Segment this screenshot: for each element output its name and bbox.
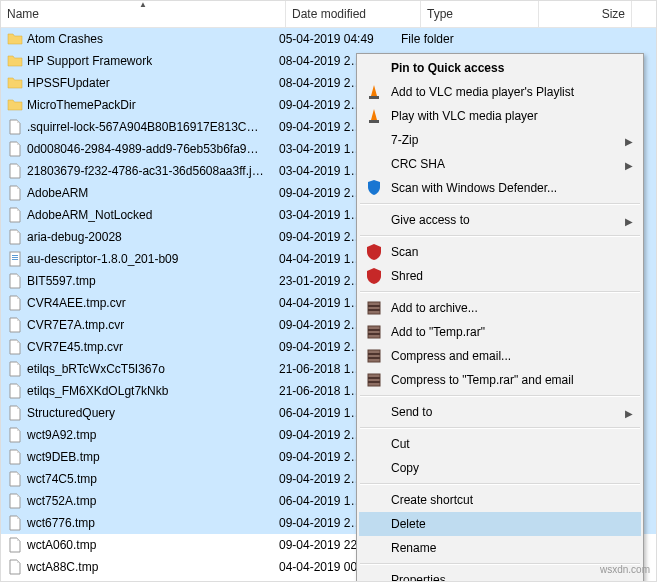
column-date[interactable]: Date modified — [286, 1, 421, 27]
svg-rect-2 — [12, 257, 18, 258]
menu-item-compress-to-temp-rar-and-email[interactable]: Compress to "Temp.rar" and email — [359, 368, 641, 392]
file-icon — [7, 163, 23, 179]
file-name: CVR7E45.tmp.cvr — [27, 340, 123, 354]
menu-separator — [360, 291, 640, 293]
file-name: wct752A.tmp — [27, 494, 96, 508]
file-name: StructuredQuery — [27, 406, 115, 420]
menu-item-add-to-temp-rar[interactable]: Add to "Temp.rar" — [359, 320, 641, 344]
menu-item-add-to-vlc-media-player-s-playlist[interactable]: Add to VLC media player's Playlist — [359, 80, 641, 104]
menu-item-label: Compress to "Temp.rar" and email — [391, 373, 574, 387]
column-date-label: Date modified — [292, 7, 366, 21]
menu-item-shred[interactable]: Shred — [359, 264, 641, 288]
doc-icon — [7, 251, 23, 267]
svg-rect-7 — [368, 305, 380, 307]
menu-item-label: Shred — [391, 269, 423, 283]
menu-item-label: CRC SHA — [391, 157, 445, 171]
rar-icon — [365, 347, 383, 365]
menu-item-cut[interactable]: Cut — [359, 432, 641, 456]
menu-item-label: Delete — [391, 517, 426, 531]
svg-rect-15 — [368, 374, 380, 386]
file-icon — [7, 449, 23, 465]
menu-item-give-access-to[interactable]: Give access to▶ — [359, 208, 641, 232]
menu-item-label: Give access to — [391, 213, 470, 227]
menu-item-7-zip[interactable]: 7-Zip▶ — [359, 128, 641, 152]
file-name: wct9A92.tmp — [27, 428, 96, 442]
vlc-icon — [365, 83, 383, 101]
file-name: CVR4AEE.tmp.cvr — [27, 296, 126, 310]
menu-item-properties[interactable]: Properties — [359, 568, 641, 582]
shield-icon — [365, 179, 383, 197]
menu-item-label: Send to — [391, 405, 432, 419]
menu-item-label: Scan — [391, 245, 418, 259]
file-name: BIT5597.tmp — [27, 274, 96, 288]
svg-rect-6 — [368, 302, 380, 314]
menu-item-pin-to-quick-access[interactable]: Pin to Quick access — [359, 56, 641, 80]
file-type: File folder — [395, 32, 500, 46]
menu-item-scan[interactable]: Scan — [359, 240, 641, 264]
file-icon — [7, 537, 23, 553]
svg-rect-17 — [368, 381, 380, 383]
file-icon — [7, 427, 23, 443]
menu-separator — [360, 563, 640, 565]
rar-icon — [365, 323, 383, 341]
file-icon — [7, 339, 23, 355]
file-name: etilqs_bRTcWxCcT5I367o — [27, 362, 165, 376]
file-name: au-descriptor-1.8.0_201-b09 — [27, 252, 178, 266]
menu-item-compress-and-email[interactable]: Compress and email... — [359, 344, 641, 368]
file-name: wct6776.tmp — [27, 516, 95, 530]
file-name: wct9DEB.tmp — [27, 450, 100, 464]
menu-item-create-shortcut[interactable]: Create shortcut — [359, 488, 641, 512]
file-icon — [7, 273, 23, 289]
mcafee-icon — [365, 243, 383, 261]
svg-rect-5 — [369, 120, 379, 123]
file-icon — [7, 559, 23, 575]
file-icon — [7, 119, 23, 135]
menu-item-label: Create shortcut — [391, 493, 473, 507]
menu-separator — [360, 427, 640, 429]
file-name: MicroThemePackDir — [27, 98, 136, 112]
menu-item-send-to[interactable]: Send to▶ — [359, 400, 641, 424]
column-type[interactable]: Type — [421, 1, 539, 27]
column-header: ▲ Name Date modified Type Size — [1, 1, 656, 28]
submenu-arrow-icon: ▶ — [625, 408, 633, 419]
folder-icon — [7, 97, 23, 113]
menu-separator — [360, 395, 640, 397]
rar-icon — [365, 299, 383, 317]
menu-separator — [360, 483, 640, 485]
column-size-label: Size — [602, 7, 625, 21]
svg-rect-11 — [368, 333, 380, 335]
menu-item-crc-sha[interactable]: CRC SHA▶ — [359, 152, 641, 176]
folder-icon — [7, 31, 23, 47]
column-name-label: Name — [7, 7, 39, 21]
file-icon — [7, 229, 23, 245]
svg-rect-9 — [368, 326, 380, 338]
file-name: AdobeARM — [27, 186, 88, 200]
menu-item-rename[interactable]: Rename — [359, 536, 641, 560]
vlc-icon — [365, 107, 383, 125]
file-icon — [7, 317, 23, 333]
column-name[interactable]: ▲ Name — [1, 1, 286, 27]
menu-item-label: Add to VLC media player's Playlist — [391, 85, 574, 99]
menu-item-add-to-archive[interactable]: Add to archive... — [359, 296, 641, 320]
menu-item-label: Scan with Windows Defender... — [391, 181, 557, 195]
file-icon — [7, 515, 23, 531]
menu-item-scan-with-windows-defender[interactable]: Scan with Windows Defender... — [359, 176, 641, 200]
column-size[interactable]: Size — [539, 1, 632, 27]
file-name: 21803679-f232-4786-ac31-36d5608aa3ff.j… — [27, 164, 264, 178]
menu-item-copy[interactable]: Copy — [359, 456, 641, 480]
table-row[interactable]: Atom Crashes05-04-2019 04:49File folder — [1, 28, 656, 50]
file-name: aria-debug-20028 — [27, 230, 122, 244]
file-icon — [7, 405, 23, 421]
svg-rect-1 — [12, 255, 18, 256]
menu-separator — [360, 203, 640, 205]
menu-item-play-with-vlc-media-player[interactable]: Play with VLC media player — [359, 104, 641, 128]
menu-item-label: Play with VLC media player — [391, 109, 538, 123]
file-name: wctA88C.tmp — [27, 560, 98, 574]
watermark: wsxdn.com — [600, 564, 650, 575]
context-menu: Pin to Quick accessAdd to VLC media play… — [356, 53, 644, 582]
svg-rect-13 — [368, 353, 380, 355]
svg-rect-12 — [368, 350, 380, 362]
submenu-arrow-icon: ▶ — [625, 216, 633, 227]
menu-item-delete[interactable]: Delete — [359, 512, 641, 536]
file-icon — [7, 471, 23, 487]
